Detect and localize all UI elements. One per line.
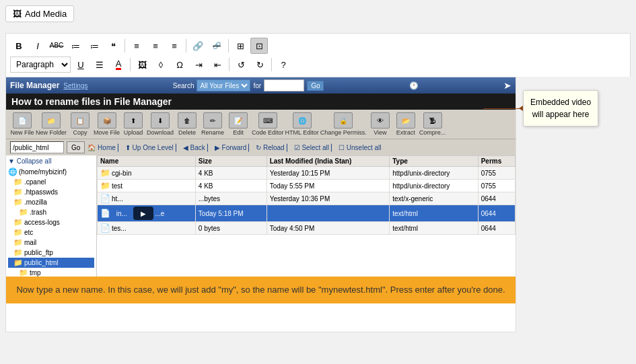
fm-tree-htpasswds[interactable]: 📁 .htpasswds (8, 187, 94, 197)
table-row[interactable]: 📄ht... ...bytes Yesterday 10:36 PM text/… (98, 192, 516, 205)
underline-button[interactable]: U (72, 57, 90, 73)
fm-collapse-all[interactable]: ▼ Collapse all (8, 157, 94, 165)
table-row-selected[interactable]: 📄 in... ▶ ...e Today 5:18 PM text/html 0… (98, 205, 516, 222)
tooltip-area: Embedded videowill appear here (523, 90, 598, 126)
col-modified: Last Modified (India Stan) (267, 156, 390, 167)
col-size: Size (195, 156, 267, 167)
fm-tool-new-folder[interactable]: 📁 New Folder (36, 112, 67, 136)
table-row[interactable]: 📁cgi-bin 4 KB Yesterday 10:15 PM httpd/u… (98, 167, 516, 180)
fm-toolbar: 📄 New File 📁 New Folder 📋 Copy 📦 Move Fi… (6, 110, 516, 139)
fm-tool-upload[interactable]: ⬆ Upload (121, 112, 145, 136)
fm-tool-move[interactable]: 📦 Move File (94, 112, 120, 136)
fm-subtitle: How to rename files in File Manager (6, 94, 516, 110)
fm-header: File Manager Settings Search All Your Fi… (6, 77, 516, 94)
fm-tree-etc[interactable]: 📁 etc (8, 227, 94, 238)
editor-panel: File Manager Settings Search All Your Fi… (5, 77, 516, 332)
tooltip-arrow (483, 108, 522, 109)
fm-search-select[interactable]: All Your Files (197, 79, 250, 92)
image-button[interactable]: 🖼 (133, 57, 151, 73)
fm-tool-compress[interactable]: 🗜 Compre... (419, 112, 446, 136)
fm-forward-link[interactable]: ▶ Forward (215, 144, 246, 151)
fm-reload-link[interactable]: ↻ Reload (256, 144, 284, 151)
justify-button[interactable]: ☰ (91, 57, 108, 73)
redo-button[interactable]: ↻ (251, 57, 269, 73)
fm-for-label: for (253, 82, 261, 89)
fm-tree-mozilla[interactable]: 📁 .mozilla (8, 197, 94, 207)
fm-tool-html-editor[interactable]: 🌐 HTML Editor (285, 112, 319, 136)
fm-search-go-button[interactable]: Go (307, 81, 324, 91)
separator-2 (186, 39, 186, 52)
fm-go-button[interactable]: Go (67, 141, 85, 153)
col-perms: Perms (478, 156, 515, 167)
tooltip-box: Embedded videowill appear here (523, 90, 598, 126)
fm-path-input[interactable] (10, 141, 64, 153)
tooltip-text: Embedded videowill appear here (530, 98, 591, 119)
fm-arrow-icon: ➤ (503, 80, 511, 91)
separator-3 (228, 39, 229, 52)
unlink-button[interactable]: 🔗 (208, 38, 225, 54)
undo-button[interactable]: ↺ (232, 57, 250, 73)
fm-sidebar: ▼ Collapse all 🌐 (home/mybizinf) 📁 .cpan… (6, 155, 97, 277)
fm-tool-new-file[interactable]: 📄 New File (10, 112, 34, 136)
fm-back-link[interactable]: ◀ Back (183, 144, 205, 151)
clear-format-button[interactable]: ◊ (152, 57, 170, 73)
fullscreen-button[interactable]: ⊡ (250, 38, 268, 54)
fm-caption: Now type a new name. In this case, we wi… (6, 277, 516, 303)
fm-tree-public-html[interactable]: 📁 public_html (8, 258, 94, 268)
fm-tool-rename[interactable]: ✏ Rename (201, 112, 225, 136)
insert-toolbar-button[interactable]: ⊞ (232, 38, 249, 54)
fm-tool-delete[interactable]: 🗑 Delete (175, 112, 199, 136)
fm-tool-view[interactable]: 👁 View (368, 112, 392, 136)
outdent-button[interactable]: ⇤ (209, 57, 226, 73)
fm-tool-download[interactable]: ⬇ Download (147, 112, 174, 136)
fm-select-all-link[interactable]: ☑ Select all (294, 144, 329, 151)
table-row[interactable]: 📁test 4 KB Today 5:55 PM httpd/unix-dire… (98, 180, 516, 192)
file-manager-video: File Manager Settings Search All Your Fi… (6, 77, 516, 303)
align-center-button[interactable]: ≡ (147, 38, 164, 54)
col-name: Name (98, 156, 196, 167)
toolbar-row-1: B I ABC ≔ ≔ ❝ ≡ ≡ ≡ 🔗 🔗 ⊞ ⊡ (10, 36, 626, 55)
fm-tree-trash[interactable]: 📁 .trash (8, 207, 94, 217)
bold-button[interactable]: B (10, 38, 28, 54)
fm-tree-home[interactable]: 🌐 (home/mybizinf) (8, 167, 94, 177)
fm-unselect-all-link[interactable]: ☐ Unselect all (339, 144, 381, 151)
fm-tree-public-ftp[interactable]: 📁 public_ftp (8, 248, 94, 258)
separator-5 (229, 58, 229, 71)
fm-tool-copy[interactable]: 📋 Copy (68, 112, 92, 136)
fm-tool-code-editor[interactable]: ⌨ Code Editor (252, 112, 284, 136)
fm-tree-tmp[interactable]: 📁 tmp (8, 268, 94, 277)
add-media-button[interactable]: 🖼 Add Media (5, 5, 74, 22)
fm-search-label: Search (173, 82, 195, 89)
table-row[interactable]: 📄tes... 0 bytes Today 4:50 PM text/html … (98, 222, 516, 235)
add-media-icon: 🖼 (13, 9, 22, 19)
unordered-list-button[interactable]: ≔ (67, 38, 84, 54)
fm-search-input[interactable] (264, 79, 304, 92)
fm-tool-permissions[interactable]: 🔒 Change Permiss. (320, 112, 367, 136)
special-char-button[interactable]: Ω (171, 57, 188, 73)
fm-settings-link[interactable]: Settings (63, 82, 87, 89)
fm-up-link[interactable]: ⬆ Up One Level (125, 144, 174, 151)
align-right-button[interactable]: ≡ (166, 38, 183, 54)
editor-toolbar: B I ABC ≔ ≔ ❝ ≡ ≡ ≡ 🔗 🔗 ⊞ ⊡ Paragraph He… (5, 33, 631, 77)
fm-files-panel: Name Size Last Modified (India Stan) Typ… (97, 155, 516, 277)
col-type: Type (390, 156, 478, 167)
fm-tree-cpanel[interactable]: 📁 .cpanel (8, 177, 94, 187)
right-panel: Embedded videowill appear here (516, 77, 631, 126)
blockquote-button[interactable]: ❝ (104, 38, 122, 54)
fm-tree-mail[interactable]: 📁 mail (8, 238, 94, 248)
fm-tree-access-logs[interactable]: 📁 access-logs (8, 217, 94, 227)
fm-tool-edit[interactable]: 📝 Edit (226, 112, 250, 136)
help-button[interactable]: ? (275, 57, 292, 73)
strikethrough-button[interactable]: ABC (48, 38, 65, 54)
link-button[interactable]: 🔗 (189, 38, 207, 54)
align-left-button[interactable]: ≡ (128, 38, 145, 54)
ordered-list-button[interactable]: ≔ (85, 38, 103, 54)
fm-tool-extract[interactable]: 📂 Extract (394, 112, 418, 136)
italic-button[interactable]: I (29, 38, 46, 54)
fm-title: File Manager (10, 81, 59, 90)
font-color-button[interactable]: A (110, 57, 127, 73)
format-select[interactable]: Paragraph Heading 1 Heading 2 (10, 57, 71, 73)
fm-home-link[interactable]: 🏠 Home (87, 144, 115, 151)
toolbar-row-2: Paragraph Heading 1 Heading 2 U ☰ A 🖼 ◊ … (10, 55, 626, 74)
indent-button[interactable]: ⇥ (190, 57, 207, 73)
